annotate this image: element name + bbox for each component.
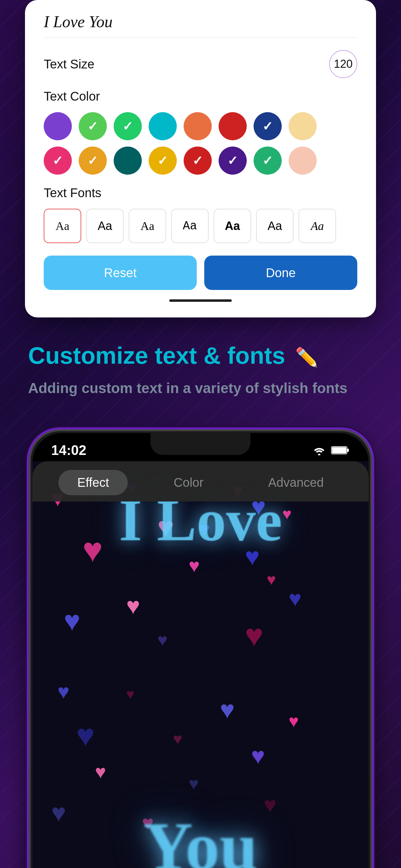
phone-inner: 14:02 [32,433,369,868]
tab-color-label: Color [174,475,204,490]
tab-effect-label: Effect [77,475,109,490]
color-swatch[interactable] [183,112,212,140]
feature-description: Customize text & fonts ✏️ Adding custom … [0,317,401,417]
color-swatch[interactable] [44,112,72,140]
color-swatch[interactable]: ✓ [79,147,107,175]
color-swatch-partial[interactable] [289,112,317,140]
text-input[interactable] [44,12,357,31]
svg-rect-2 [332,447,346,453]
fonts-row: Aa Aa Aa Aa Aa Aa Aa [44,209,357,243]
color-swatch[interactable] [149,112,177,140]
color-swatch[interactable]: ✓ [114,112,142,140]
feature-headline: Customize text & fonts ✏️ [28,342,373,369]
text-input-row [44,12,357,37]
bottom-bar-indicator [169,299,232,302]
color-swatch[interactable]: ✓ [183,147,212,175]
tab-bar: Effect Color Advanced [32,461,369,501]
tab-color[interactable]: Color [155,470,222,495]
phone-notch [151,433,250,455]
text-fonts-label: Text Fonts [44,186,357,200]
svg-rect-3 [347,449,349,452]
font-box-tahoma[interactable]: Aa [256,209,294,243]
reset-button[interactable]: Reset [44,256,197,290]
done-button[interactable]: Done [204,256,357,290]
color-row-1: ✓ ✓ ✓ [44,112,357,140]
font-box-script[interactable]: Aa [299,209,336,243]
color-swatch[interactable]: ✓ [79,112,107,140]
text-color-label: Text Color [44,89,357,103]
font-box-serif[interactable]: Aa [44,209,81,243]
phone-mockup: 14:02 [29,429,372,868]
phone-outer-shell: 14:02 [29,429,372,868]
font-box-sans[interactable]: Aa [86,209,124,243]
pen-icon: ✏️ [295,347,319,368]
color-swatch[interactable]: ✓ [149,147,177,175]
color-swatch[interactable] [114,147,142,175]
color-swatch[interactable]: ✓ [254,112,282,140]
wifi-icon [312,445,326,455]
color-swatch[interactable]: ✓ [219,147,247,175]
color-swatch-partial[interactable] [289,147,317,175]
svg-point-0 [318,454,320,455]
battery-icon [331,445,350,455]
phone-screen: ♥ ♥ ♥ ♥ ♥ ♥ ♥ ♥ ♥ ♥ ♥ ♥ ♥ ♥ ♥ ♥ [32,461,369,868]
color-swatch[interactable] [219,112,247,140]
fonts-section: Text Fonts Aa Aa Aa Aa Aa Aa Aa [44,186,357,243]
color-swatch[interactable]: ✓ [44,147,72,175]
text-size-row: Text Size 120 [44,50,357,78]
headline-text: Customize text & fonts [28,342,285,369]
color-row-2: ✓ ✓ ✓ ✓ ✓ ✓ [44,147,357,175]
text-size-label: Text Size [44,57,94,71]
text-size-badge[interactable]: 120 [329,50,357,78]
love-text-you: You [143,808,258,868]
font-box-impact[interactable]: Aa [213,209,251,243]
text-editor-panel: Text Size 120 Text Color ✓ ✓ ✓ ✓ ✓ ✓ ✓ ✓… [25,0,376,317]
tab-advanced-label: Advanced [268,475,324,490]
font-box-mono[interactable]: Aa [171,209,209,243]
action-buttons: Reset Done [44,256,357,290]
font-box-times[interactable]: Aa [129,209,166,243]
text-size-value: 120 [334,58,353,71]
tab-advanced[interactable]: Advanced [249,470,343,495]
tab-effect[interactable]: Effect [58,470,128,495]
text-color-section: Text Color ✓ ✓ ✓ ✓ ✓ ✓ ✓ ✓ ✓ [44,89,357,175]
love-text-bottom: You [32,807,369,868]
feature-subtext: Adding custom text in a variety of styli… [28,378,373,398]
color-swatch[interactable]: ✓ [254,147,282,175]
status-time: 14:02 [51,442,87,458]
status-icons [312,445,350,455]
